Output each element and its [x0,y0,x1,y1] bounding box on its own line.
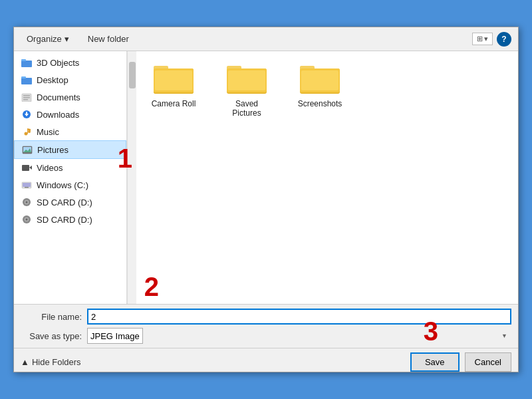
svg-rect-3 [21,76,26,78]
folder-desktop-icon [21,74,33,86]
sidebar-label-3d-objects: 3D Objects [37,58,79,68]
svg-rect-0 [21,61,32,67]
svg-point-24 [26,201,28,203]
svg-rect-6 [23,97,30,98]
view-dropdown-icon: ▾ [484,35,488,43]
filetype-select-wrapper: JPEG Image PNG Image BMP Image GIF Image [87,328,511,344]
folder-screenshots-icon [300,62,340,95]
sidebar-label-videos: Videos [37,163,63,173]
filetype-row: Save as type: JPEG Image PNG Image BMP I… [21,328,511,344]
content-area: 3D Objects Desktop Documents [14,51,518,304]
sidebar-label-sdcard-1: SD CARD (D:) [37,198,92,207]
pictures-icon [21,144,33,156]
sidebar-label-windows-c: Windows (C:) [37,180,88,190]
sidebar-item-documents[interactable]: Documents [14,88,126,106]
drive-windows-icon [21,179,33,191]
filetype-select[interactable]: JPEG Image PNG Image BMP Image GIF Image [87,328,143,344]
sidebar-item-windows-c[interactable]: Windows (C:) [14,176,126,194]
action-row: ▲ Hide Folders Save Cancel [14,348,518,372]
sdcard-icon-1 [21,196,33,208]
folder-screenshots-label: Screenshots [298,99,342,108]
sidebar-item-downloads[interactable]: Downloads [14,106,126,123]
sidebar-item-music[interactable]: Music [14,123,126,140]
svg-marker-18 [29,166,32,170]
filename-input[interactable] [87,309,511,325]
folder-3d-icon [21,57,33,68]
filetype-label: Save as type: [21,331,87,341]
new-folder-label: New folder [88,34,129,44]
svg-rect-17 [22,165,29,171]
svg-rect-36 [228,70,265,90]
svg-rect-5 [23,95,30,96]
new-folder-button[interactable]: New folder [82,31,135,47]
folder-camera-roll-label: Camera Roll [152,99,196,108]
view-icon: ⊞ [477,35,483,43]
filename-row: File name: [21,309,511,325]
scrollbar-thumb[interactable] [129,62,136,88]
sidebar-label-music: Music [37,127,59,137]
svg-rect-21 [25,187,29,188]
sidebar-label-sdcard-2: SD CARD (D:) [37,215,92,225]
sidebar-label-pictures: Pictures [37,145,68,155]
svg-rect-7 [23,99,28,100]
help-button[interactable]: ? [497,32,511,47]
sidebar-label-documents: Documents [37,92,80,102]
folder-documents-icon [21,91,33,103]
download-icon [21,108,33,120]
organize-button[interactable]: Organize ▾ [21,31,75,47]
folder-saved-pictures-icon [227,62,267,95]
organize-label: Organize [27,34,62,44]
svg-rect-2 [21,78,32,84]
sidebar-item-pictures[interactable]: Pictures [14,140,126,159]
sidebar-item-desktop[interactable]: Desktop [14,71,126,88]
svg-rect-13 [27,130,28,134]
bottom-bar: File name: Save as type: JPEG Image PNG … [14,304,518,348]
sidebar-label-downloads: Downloads [37,110,79,120]
action-buttons: Save Cancel [410,352,511,372]
sdcard-icon-2 [21,213,33,225]
videos-icon [21,162,33,174]
save-button[interactable]: Save [410,352,460,372]
svg-rect-20 [23,183,31,187]
sidebar-scrollbar[interactable] [127,51,136,304]
svg-point-12 [28,130,31,133]
filename-label: File name: [21,312,87,322]
folder-camera-roll-icon [154,62,194,95]
view-button[interactable]: ⊞ ▾ [472,33,493,45]
folder-camera-roll[interactable]: Camera Roll [147,62,200,108]
sidebar: 3D Objects Desktop Documents [14,51,127,304]
sidebar-item-videos[interactable]: Videos [14,159,126,176]
sidebar-item-3d-objects[interactable]: 3D Objects [14,54,126,71]
sidebar-item-sdcard-2[interactable]: SD CARD (D:) [14,211,126,228]
svg-rect-10 [26,112,27,114]
svg-rect-1 [21,59,26,61]
chevron-down-icon: ▲ [21,357,29,367]
toolbar: Organize ▾ New folder ⊞ ▾ ? [14,27,518,51]
music-icon [21,126,33,138]
svg-rect-40 [301,70,338,90]
organize-dropdown-icon: ▾ [65,34,69,44]
sidebar-label-desktop: Desktop [37,75,68,85]
cancel-button[interactable]: Cancel [465,352,511,372]
svg-point-11 [25,132,28,136]
toolbar-right: ⊞ ▾ ? [472,32,511,47]
save-dialog: 1 2 3 Organize ▾ New folder ⊞ ▾ ? [13,27,519,372]
svg-point-27 [26,219,28,221]
sidebar-item-sdcard-1[interactable]: SD CARD (D:) [14,194,126,211]
folder-screenshots[interactable]: Screenshots [293,62,346,108]
folder-saved-pictures-label: Saved Pictures [220,99,273,118]
help-label: ? [501,35,506,44]
svg-rect-32 [155,70,192,90]
file-area: Camera Roll Saved Pictures [136,51,518,304]
folder-saved-pictures[interactable]: Saved Pictures [220,62,273,118]
hide-folders-label: Hide Folders [32,357,81,367]
hide-folders-button[interactable]: ▲ Hide Folders [21,357,81,367]
